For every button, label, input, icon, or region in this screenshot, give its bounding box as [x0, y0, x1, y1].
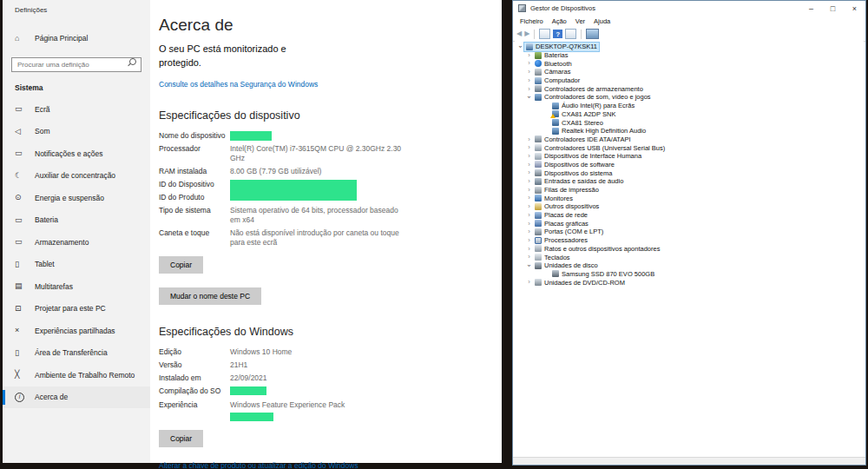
tree-item-label: Controladores IDE ATA/ATAPI [544, 135, 630, 143]
copy-windows-specs-button[interactable]: Copiar [159, 430, 203, 447]
chevron-collapsed-icon[interactable]: › [525, 144, 533, 151]
chevron-collapsed-icon[interactable]: › [525, 203, 533, 210]
sidebar-item-energia-suspensao[interactable]: ⊙Energia e suspensão [3, 187, 150, 209]
spec-value: Não está disponível introdução por canet… [230, 228, 408, 248]
sidebar-item-som[interactable]: ◁Som [3, 121, 150, 143]
tree-item[interactable]: ›Controladores de som, vídeo e jogos [515, 93, 864, 102]
copy-device-specs-button[interactable]: Copiar [159, 256, 203, 274]
dvd-drive-icon [535, 279, 542, 286]
chevron-collapsed-icon[interactable]: › [525, 60, 533, 67]
tree-item[interactable]: ›Processadores [515, 236, 864, 245]
sidebar-item-projetar[interactable]: ⊡Projetar para este PC [3, 298, 150, 320]
sidebar-item-tablet[interactable]: ▯Tablet [3, 254, 150, 276]
sidebar-item-armazenamento[interactable]: ▭Armazenamento [3, 231, 150, 254]
tree-item[interactable]: ›Controladores de armazenamento [515, 84, 864, 93]
sidebar-item-acerca-de[interactable]: iAcerca de [3, 386, 150, 409]
sidebar-item-ambiente-trabalho-remoto[interactable]: ╳Ambiente de Trabalho Remoto [3, 364, 150, 386]
chevron-collapsed-icon[interactable]: › [525, 237, 533, 244]
forward-icon[interactable]: ▶ [524, 30, 529, 37]
spec-row: Instalado em22/09/2021 [159, 373, 502, 383]
chevron-collapsed-icon[interactable]: › [525, 228, 533, 235]
sidebar-item-pagina-principal[interactable]: ⌂ Página Principal [3, 30, 150, 47]
tree-item[interactable]: ›Câmaras [515, 68, 864, 76]
chevron-collapsed-icon[interactable]: › [525, 178, 533, 185]
chevron-collapsed-icon[interactable]: › [525, 246, 533, 253]
tree-item[interactable]: ›Baterias [515, 51, 864, 60]
chevron-collapsed-icon[interactable]: › [525, 69, 533, 76]
tree-item[interactable]: ›Placas de rede [515, 211, 864, 220]
chevron-collapsed-icon[interactable]: › [525, 254, 533, 261]
maximize-icon[interactable]: □ [822, 1, 844, 16]
spec-row: RAM instalada8.00 GB (7.79 GB utilizável… [159, 167, 502, 176]
chevron-collapsed-icon[interactable]: › [525, 136, 533, 143]
show-window-icon[interactable] [565, 29, 576, 39]
chevron-expanded-icon[interactable]: › [526, 261, 533, 269]
rename-pc-button[interactable]: Mudar o nome deste PC [159, 287, 261, 305]
spec-label: Processador [159, 144, 230, 163]
chevron-collapsed-icon[interactable]: › [525, 221, 533, 228]
menu-item[interactable]: Ajuda [589, 17, 615, 25]
sidebar-item-bateria[interactable]: ▭Bateria [3, 209, 150, 232]
sidebar-item-label: Bateria [35, 215, 58, 224]
tree-item[interactable]: ›Unidades de DVD/CD-ROM [515, 278, 864, 287]
security-details-link[interactable]: Consulte os detalhes na Segurança do Win… [159, 80, 502, 89]
tree-item[interactable]: ›Controladores USB (Universal Serial Bus… [515, 143, 864, 152]
chevron-collapsed-icon[interactable]: › [525, 153, 533, 160]
close-icon[interactable]: × [844, 1, 865, 16]
tree-item[interactable]: CXA81 Stereo [515, 118, 864, 127]
sidebar-item-area-transferencia[interactable]: ▯Área de Transferência [3, 342, 150, 365]
footer-link[interactable]: Alterar a chave de produto ou atualizar … [159, 461, 502, 469]
sidebar-item-multitarefas[interactable]: ▤Multitarefas [3, 275, 150, 298]
tree-item[interactable]: ›DESKTOP-Q7KSK11 [515, 43, 864, 51]
minimize-icon[interactable]: – [800, 1, 822, 16]
tree-item[interactable]: ›Teclados [515, 253, 864, 261]
tree-item[interactable]: ›Outros dispositivos [515, 202, 864, 211]
sidebar-item-experiencias-partilhadas[interactable]: ×Experiências partilhadas [3, 320, 150, 342]
chevron-expanded-icon[interactable]: › [517, 43, 524, 50]
tree-item-label: Bluetooth [544, 60, 572, 68]
sidebar-item-auxiliar-concentracao[interactable]: ☾Auxiliar de concentração [3, 165, 150, 188]
chevron-collapsed-icon[interactable]: › [525, 77, 533, 84]
chevron-collapsed-icon[interactable]: › [525, 52, 533, 59]
tree-item[interactable]: ›Placas gráficas [515, 219, 864, 228]
sidebar-item-notificacoes[interactable]: ▭Notificações e ações [3, 142, 150, 165]
chevron-collapsed-icon[interactable]: › [525, 86, 533, 93]
chevron-collapsed-icon[interactable]: › [525, 212, 533, 219]
chevron-collapsed-icon[interactable]: › [525, 162, 533, 168]
tree-item[interactable]: ›Dispositivos de Interface Humana [515, 152, 864, 161]
scan-hardware-changes-icon[interactable] [586, 29, 599, 39]
help-icon[interactable]: ? [553, 30, 562, 38]
chevron-collapsed-icon[interactable]: › [525, 279, 533, 286]
tree-item[interactable]: ›Controladores IDE ATA/ATAPI [515, 135, 864, 144]
device-manager-titlebar[interactable]: Gestor de Dispositivos – □ × [513, 1, 865, 16]
spec-row: Tipo de sistemaSistema operativo de 64 b… [159, 206, 502, 225]
tree-item[interactable]: ›Filas de impressão [515, 186, 864, 195]
tree-item[interactable]: ›Dispositivos de software [515, 161, 864, 169]
tree-item[interactable]: CXA81 A2DP SNK [515, 110, 864, 119]
menu-item[interactable]: Ação [548, 17, 571, 25]
properties-icon[interactable] [539, 29, 550, 39]
chevron-expanded-icon[interactable]: › [526, 93, 533, 101]
tree-item[interactable]: ›Ratos e outros dispositivos apontadores [515, 245, 864, 254]
tree-item[interactable]: ›Bluetooth [515, 59, 864, 68]
toolbar-separator [534, 30, 535, 39]
device-spec-rows: Nome do dispositivoProcessadorIntel(R) C… [159, 131, 502, 248]
tree-item[interactable]: ›Portas (COM e LPT) [515, 228, 864, 236]
chevron-collapsed-icon[interactable]: › [525, 187, 533, 194]
tree-item[interactable]: ›Unidades de disco [515, 261, 864, 270]
tree-item[interactable]: Realtek High Definition Audio [515, 127, 864, 135]
chevron-collapsed-icon[interactable]: › [525, 169, 533, 176]
search-input[interactable] [11, 57, 141, 72]
tree-item[interactable]: Áudio Intel(R) para Ecrãs [515, 102, 864, 110]
sidebar-item-ecra[interactable]: ▭Ecrã [3, 98, 150, 121]
tree-node: Outros dispositivos [533, 202, 601, 211]
tree-item[interactable]: ›Monitores [515, 194, 864, 202]
menu-item[interactable]: Ver [571, 17, 589, 25]
tree-item[interactable]: ›Entradas e saídas de áudio [515, 177, 864, 186]
menu-item[interactable]: Ficheiro [516, 17, 548, 25]
chevron-collapsed-icon[interactable]: › [525, 195, 533, 201]
tree-item[interactable]: Samsung SSD 870 EVO 500GB [515, 270, 864, 279]
tree-item[interactable]: ›Dispositivos do sistema [515, 168, 864, 177]
back-icon[interactable]: ◀ [516, 30, 522, 37]
tree-item[interactable]: ›Computador [515, 76, 864, 85]
